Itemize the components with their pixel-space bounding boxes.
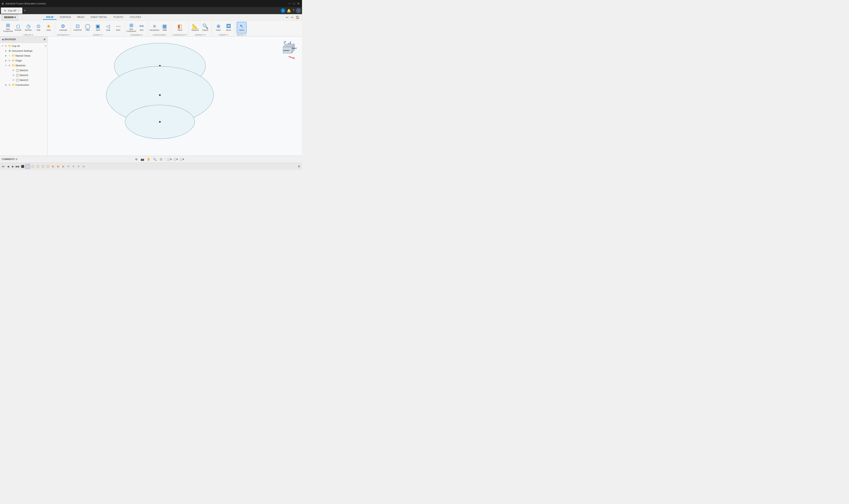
timeline-item-7[interactable]: ◧ [56, 164, 60, 169]
timeline-item-10[interactable]: ⊙ [71, 164, 76, 169]
tab-sheet-metal[interactable]: SHEET METAL [88, 15, 110, 20]
help-button[interactable]: ? [292, 8, 294, 13]
visual-style-button[interactable]: ⬜▾ [173, 157, 178, 162]
timeline-item-6[interactable]: ◧ [51, 164, 55, 169]
tree-item-doc-settings[interactable]: ▶ ⚙ Document Settings [0, 49, 47, 53]
redo-button[interactable]: ↪ [290, 15, 294, 19]
effects-button[interactable]: ⬜▾ [179, 157, 184, 162]
zoom-button[interactable]: 🔍 [152, 157, 158, 162]
tab-mesh[interactable]: MESH [74, 15, 88, 20]
measure-button[interactable]: 📐 Measure [191, 22, 200, 33]
timeline-item-5[interactable]: 📋 [46, 164, 50, 169]
user-avatar[interactable]: 1 [281, 8, 285, 13]
browser-settings-icon[interactable]: ⚙ [43, 38, 46, 41]
decal-button[interactable]: 🖼 Decal [224, 22, 234, 33]
design-mode-button[interactable]: DESIGN ▾ [2, 14, 18, 20]
hole-button[interactable]: ⊙ Hole [34, 22, 43, 33]
eye-origin[interactable]: 👁 [8, 59, 11, 62]
timeline-prev-button[interactable]: ◀ [6, 164, 10, 169]
tree-item-named-views[interactable]: ▶ 👁 📁 Named Views [0, 53, 47, 58]
browser-collapse-icon[interactable]: ◀ [2, 38, 3, 41]
tree-item-construction[interactable]: ▶ 👁 📁 Construction [0, 83, 47, 87]
shell-icon: ▣ [95, 24, 100, 29]
close-button[interactable]: ✕ [297, 2, 300, 5]
parameters-button[interactable]: ≡ Parameters [150, 22, 159, 33]
timeline-settings-button[interactable]: ⚙ [297, 164, 301, 169]
tab-surface[interactable]: SURFACE [57, 15, 74, 20]
minimize-button[interactable]: ─ [288, 2, 291, 5]
tab-cup-v9[interactable]: ☕ Cup v9* ✕ [1, 7, 22, 14]
home-button[interactable]: 🏠 [295, 15, 300, 19]
tree-item-origin[interactable]: ▶ 👁 📁 Origin [0, 58, 47, 63]
timeline-next-button[interactable]: ▶▶ [16, 164, 20, 169]
camera-button[interactable]: 📷 [140, 157, 145, 162]
eye-sketch1[interactable]: 👁 [12, 69, 15, 72]
tab-close-button[interactable]: ✕ [18, 10, 20, 12]
timeline-rewind-button[interactable]: ⏮ [1, 164, 5, 169]
select-button[interactable]: ↖ Select [237, 22, 247, 33]
mode-row: DESIGN ▾ SOLID SURFACE MESH SHEET METAL … [0, 14, 302, 20]
toolbar-group-assemble: ⊞ New Component ⚯ Joint ASSEMBLE ▾ [125, 21, 148, 35]
tab-solid[interactable]: SOLID [43, 15, 57, 20]
undo-button[interactable]: ↩ [285, 15, 289, 19]
create-more-icon: ★ [47, 24, 51, 29]
eye-named-views[interactable]: 👁 [8, 55, 11, 57]
create-new-component-button[interactable]: ⊞ New Component [3, 22, 13, 33]
tree-label-origin: Origin [16, 59, 47, 62]
tree-item-sketch2[interactable]: 👁 📋 Sketch2 [0, 73, 47, 77]
extrude-button[interactable]: ◻ Extrude [13, 22, 23, 33]
draft-button[interactable]: ◁ Draft [103, 22, 113, 33]
create-label: CREATE ▾ [23, 34, 33, 36]
revolve-button[interactable]: ◷ Revolve [23, 22, 33, 33]
timeline-item-4[interactable]: 📋 [40, 164, 45, 169]
create-more-button[interactable]: ★ More [44, 22, 54, 33]
profile-avatar[interactable]: 👤 [296, 8, 301, 13]
construct-plane-button[interactable]: ◧ Plane [175, 22, 185, 33]
tree-item-cupv9[interactable]: ▼ 👁 📁 Cup v9 ⚙ [0, 43, 47, 49]
timeline-item-8[interactable]: ◧ [61, 164, 66, 169]
eye-sketches[interactable]: 👁 [8, 64, 11, 67]
shell-button[interactable]: ▣ Shell [93, 22, 103, 33]
maximize-button[interactable]: □ [292, 2, 296, 5]
pan-button[interactable]: ✋ [146, 157, 151, 162]
eye-sketch3[interactable]: 👁 [12, 79, 15, 82]
tree-item-sketches[interactable]: ▼ 👁 📁 Sketches [0, 63, 47, 68]
tab-utilities[interactable]: UTILITIES [127, 15, 144, 20]
timeline-item-12[interactable]: ◷ [81, 164, 86, 169]
assemble-component-button[interactable]: ⊞ New Component [126, 22, 136, 33]
tree-item-sketch3[interactable]: 👁 📋 Sketch3 [0, 77, 47, 83]
viewport[interactable]: Z X FRONT RIGHT Z [48, 36, 302, 156]
eye-sketch2[interactable]: 👁 [12, 74, 15, 76]
inspect-more-button[interactable]: 🔍 Inspect [200, 22, 210, 33]
push-pull-button[interactable]: ⊡ Push/Pull [73, 22, 83, 33]
title-bar-controls: ─ □ ✕ [288, 2, 300, 5]
tab-plastic[interactable]: PLASTIC [110, 15, 127, 20]
insert-button[interactable]: ⊕ Insert [214, 22, 223, 33]
timeline-item-1[interactable]: 📋 [25, 164, 30, 169]
fillet-button[interactable]: ◯ Fillet [83, 22, 93, 33]
zoom-fit-button[interactable]: ⊡ [158, 157, 164, 162]
table-button[interactable]: ▦ Table [160, 22, 169, 33]
timeline-play-button[interactable]: ▶ [11, 164, 15, 169]
comments-settings-icon[interactable]: ⚙ [16, 158, 17, 161]
toolbar-group-configure: ≡ Parameters ▦ Table CONFIGURE ▾ [148, 21, 171, 35]
modify-more-button[interactable]: ⋯ More [113, 22, 123, 33]
orbit-button[interactable]: ⊕ [133, 157, 139, 162]
automate-button[interactable]: ⚙ Automate [58, 22, 68, 33]
view-cube[interactable]: Z X FRONT RIGHT Z [280, 41, 297, 58]
viewport-controls: ⊕ 📷 ✋ 🔍 ⊡ ⬜▾ ⬜▾ ⬜▾ [133, 157, 184, 162]
new-tab-button[interactable]: + [24, 8, 26, 13]
timeline-item-11[interactable]: ⊙ [76, 164, 81, 169]
joint-button[interactable]: ⚯ Joint [137, 22, 146, 33]
eye-cupv9[interactable]: 👁 [4, 45, 7, 47]
timeline-item-3[interactable]: 📋 [35, 164, 40, 169]
tree-item-sketch1[interactable]: 👁 📋 Sketch1 [0, 68, 47, 73]
new-component-icon: ⊞ [6, 23, 10, 28]
display-mode-button[interactable]: ⬜▾ [166, 157, 172, 162]
eye-construction[interactable]: 👁 [8, 84, 11, 86]
timeline-item-9[interactable]: ⊙ [66, 164, 71, 169]
timeline-item-2[interactable]: 📋 [30, 164, 35, 169]
timeline-stop-button[interactable]: ⬛ [20, 164, 25, 169]
notification-bell[interactable]: 🔔 [287, 8, 291, 13]
browser-header: ◀ BROWSER ⚙ [0, 36, 47, 43]
